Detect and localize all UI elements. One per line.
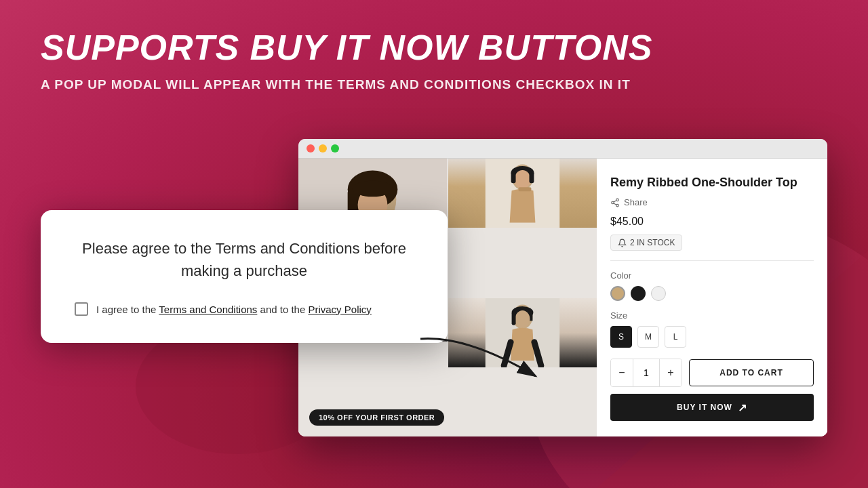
modal-popup: Please agree to the Terms and Conditions… — [41, 210, 448, 343]
size-btn-l[interactable]: L — [665, 326, 686, 348]
agree-prefix: I agree to the — [96, 304, 159, 315]
modal-main-text: Please agree to the Terms and Conditions… — [75, 237, 414, 282]
bell-icon — [618, 239, 627, 247]
modal-checkbox-row: I agree to the Terms and Conditions and … — [75, 302, 414, 316]
page-content: SUPPORTS BUY IT NOW BUTTONS A POP UP MOD… — [0, 0, 868, 131]
quantity-value: 1 — [633, 359, 660, 386]
svg-line-24 — [614, 203, 616, 205]
buy-now-button[interactable]: BUY IT NOW ↗ — [610, 394, 814, 421]
svg-line-25 — [614, 201, 616, 202]
product-details: Remy Ribbed One-Shoulder Top Share $45.0… — [597, 159, 827, 436]
svg-point-23 — [616, 204, 619, 207]
share-label: Share — [624, 197, 648, 207]
share-icon — [610, 198, 620, 207]
cursor-icon: ↗ — [738, 401, 747, 414]
svg-rect-20 — [512, 312, 516, 325]
terms-checkbox[interactable] — [75, 302, 88, 316]
terms-link[interactable]: Terms and Conditions — [159, 304, 257, 315]
product-price: $45.00 — [610, 216, 814, 228]
browser-close-dot[interactable] — [307, 144, 315, 152]
size-label: Size — [610, 310, 814, 321]
size-btn-s[interactable]: S — [610, 326, 632, 348]
divider1 — [610, 260, 814, 261]
product-image-3 — [448, 298, 597, 367]
quantity-control: − 1 + — [610, 359, 682, 387]
svg-rect-14 — [519, 187, 532, 191]
buy-now-label: BUY IT NOW — [677, 403, 732, 412]
subheadline: A POP UP MODAL WILL APPEAR WITH THE TERM… — [41, 77, 827, 92]
modal-agree-text: I agree to the Terms and Conditions and … — [96, 304, 372, 315]
stock-badge: 2 IN STOCK — [610, 235, 682, 251]
add-to-cart-button[interactable]: ADD TO CART — [689, 359, 814, 386]
stock-label: 2 IN STOCK — [630, 238, 675, 247]
svg-point-19 — [515, 310, 530, 328]
color-label: Color — [610, 270, 814, 281]
color-swatch-black[interactable] — [631, 286, 646, 301]
privacy-link[interactable]: Privacy Policy — [308, 304, 371, 315]
svg-point-21 — [616, 199, 619, 201]
size-btn-m[interactable]: M — [637, 326, 659, 348]
color-options — [610, 286, 814, 301]
svg-rect-12 — [511, 171, 516, 183]
browser-toolbar — [298, 139, 827, 159]
product-title: Remy Ribbed One-Shoulder Top — [610, 175, 814, 190]
color-swatch-white[interactable] — [651, 286, 666, 301]
color-swatch-tan[interactable] — [610, 286, 625, 301]
browser-minimize-dot[interactable] — [319, 144, 327, 152]
product-image-2 — [448, 159, 597, 228]
svg-point-11 — [515, 170, 531, 189]
size-options: S M L — [610, 326, 814, 348]
svg-rect-13 — [529, 171, 534, 183]
quantity-increase-button[interactable]: + — [660, 359, 682, 386]
browser-maximize-dot[interactable] — [331, 144, 339, 152]
svg-point-5 — [353, 180, 393, 197]
headline: SUPPORTS BUY IT NOW BUTTONS — [41, 27, 827, 68]
qty-cart-row: − 1 + ADD TO CART — [610, 359, 814, 387]
quantity-decrease-button[interactable]: − — [611, 359, 633, 386]
svg-point-22 — [612, 201, 614, 204]
discount-bar: 10% OFF YOUR FIRST ORDER — [309, 409, 444, 426]
and-text: and to the — [257, 304, 308, 315]
share-row[interactable]: Share — [610, 197, 814, 207]
